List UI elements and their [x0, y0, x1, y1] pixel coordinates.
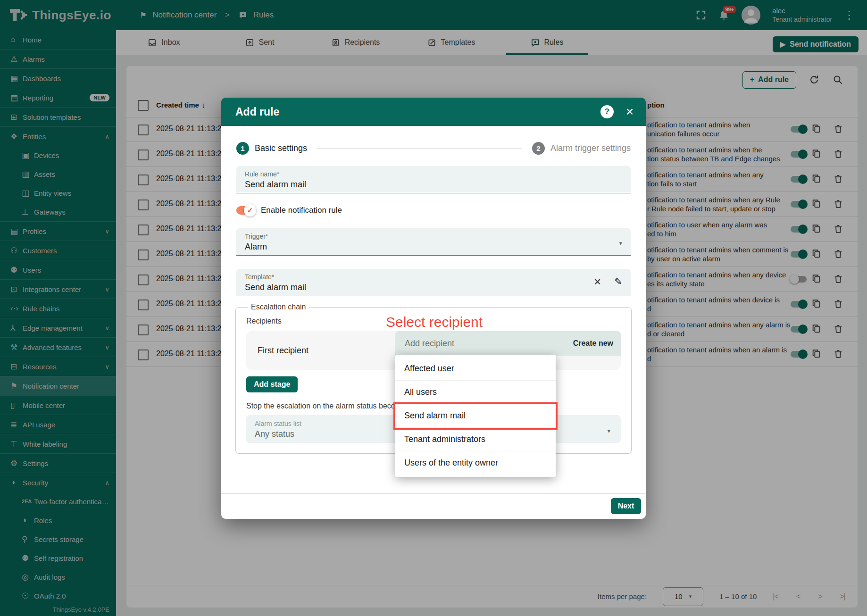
add-rule-dialog: Add rule ? × 1 Basic settings 2 Alarm tr… — [221, 98, 646, 519]
annotation-select-recipient: Select recipient — [386, 314, 483, 330]
add-stage-label: Add stage — [254, 380, 290, 389]
recipient-option[interactable]: Users of the entity owner — [395, 451, 556, 474]
add-recipient-placeholder: Add recipient — [405, 339, 454, 349]
step-2-badge: 2 — [532, 142, 545, 155]
escalation-stage-row: First recipient Select recipient Add rec… — [246, 331, 621, 370]
edit-template-icon[interactable]: ✎ — [614, 276, 622, 287]
recipient-option[interactable]: All users — [395, 381, 556, 404]
chevron-down-icon: ▾ — [607, 427, 610, 434]
trigger-select[interactable]: Trigger* Alarm ▾ — [236, 228, 631, 256]
dialog-body: 1 Basic settings 2 Alarm trigger setting… — [221, 126, 646, 519]
toggle-check-icon: ✓ — [244, 204, 256, 216]
add-stage-button[interactable]: Add stage — [246, 376, 298, 392]
add-recipient-input[interactable]: Add recipient Create new — [395, 331, 621, 356]
step-1-badge: 1 — [236, 142, 249, 155]
chevron-down-icon: ▾ — [619, 240, 622, 247]
enable-rule-label: Enable notification rule — [261, 206, 342, 215]
rule-name-value: Send alarm mail — [245, 180, 622, 190]
stepper-connector — [317, 148, 522, 149]
escalation-chain-group: Escalation chain Recipients First recipi… — [235, 303, 632, 454]
create-new-link[interactable]: Create new — [573, 339, 613, 348]
rule-name-field[interactable]: Rule name* Send alarm mail — [236, 166, 631, 193]
recipient-option[interactable]: Affected user — [395, 357, 556, 381]
step-1-label[interactable]: Basic settings — [255, 143, 307, 153]
dialog-footer: Next — [221, 493, 646, 519]
enable-rule-row: ✓ Enable notification rule — [236, 204, 631, 217]
recipient-dropdown: Affected userAll usersSend alarm mailTen… — [395, 355, 556, 477]
recipient-option-highlighted[interactable]: Send alarm mail — [395, 404, 556, 428]
close-icon[interactable]: × — [626, 105, 634, 118]
dialog-title: Add rule — [235, 106, 279, 118]
escalation-legend: Escalation chain — [248, 303, 309, 311]
recipient-option[interactable]: Tenant administrators — [395, 428, 556, 451]
trigger-label: Trigger* — [245, 233, 622, 240]
stepper: 1 Basic settings 2 Alarm trigger setting… — [236, 126, 631, 155]
template-value: Send alarm mail — [245, 283, 622, 292]
screen: ThingsEye.io ⚑ Notification center > Rul… — [0, 0, 867, 616]
clear-template-icon[interactable]: × — [594, 275, 601, 288]
template-label: Template* — [245, 273, 622, 281]
template-select[interactable]: Template* Send alarm mail × ✎ — [236, 269, 631, 296]
stage-name: First recipient — [258, 346, 308, 356]
next-button[interactable]: Next — [611, 498, 641, 514]
step-2-label[interactable]: Alarm trigger settings — [550, 143, 631, 153]
trigger-value: Alarm — [245, 242, 622, 252]
dialog-header: Add rule ? × — [221, 98, 646, 126]
enable-rule-toggle[interactable]: ✓ — [236, 206, 254, 215]
rule-name-label: Rule name* — [245, 170, 622, 178]
help-icon[interactable]: ? — [600, 105, 614, 118]
